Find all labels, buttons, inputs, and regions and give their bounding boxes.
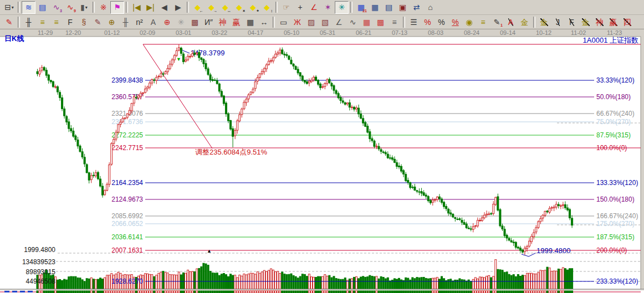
- crosshair-button[interactable]: +: [293, 1, 307, 14]
- overlay-chart-button[interactable]: ≋: [22, 1, 35, 14]
- gann-line-button[interactable]: ╫: [119, 16, 132, 28]
- expand-vertical-button[interactable]: ◆↕: [260, 1, 274, 14]
- magic-wand-button[interactable]: ✶: [321, 1, 335, 14]
- dropdown-arrow-icon[interactable]: ▾: [12, 5, 14, 10]
- target-circle-button[interactable]: ⊕: [160, 16, 174, 28]
- golden-ratio-button[interactable]: ≡: [49, 16, 63, 28]
- save-button[interactable]: ▣: [396, 1, 410, 14]
- candlestick: [277, 53, 279, 54]
- window-layout-button[interactable]: ⊟▾: [2, 1, 16, 14]
- clipped-next-pane-bar: [41, 291, 43, 293]
- gann-gold-angle-button[interactable]: 金: [537, 16, 551, 28]
- volume-bar: [239, 275, 241, 289]
- shen-tool-button[interactable]: 神: [216, 16, 229, 28]
- volume-bar: [209, 271, 211, 289]
- candlestick: [286, 54, 288, 55]
- prev-page-button[interactable]: ◀: [157, 1, 171, 14]
- next-page-button[interactable]: ▶: [171, 1, 185, 14]
- volume-bar: [382, 277, 384, 289]
- candlestick: [490, 214, 492, 214]
- region-shape-button[interactable]: ※: [96, 1, 110, 14]
- candlestick: [510, 240, 512, 242]
- shaded-grid-button[interactable]: ▧: [318, 16, 332, 28]
- analysis-brain-button[interactable]: ✳: [335, 1, 349, 14]
- j-angle-button[interactable]: J: [551, 16, 565, 28]
- angle-measure-icon: ∠: [310, 3, 318, 11]
- bar-width-button[interactable]: ↔: [257, 16, 271, 28]
- clipped-next-pane-bar: [360, 291, 362, 293]
- gann-grid-button[interactable]: ▩: [188, 16, 202, 28]
- calculator-button[interactable]: ▦: [368, 1, 382, 14]
- restore-chart-button[interactable]: ◆+: [246, 1, 260, 14]
- edit-one-button[interactable]: ✎1: [490, 16, 504, 28]
- f-angle-button[interactable]: F: [565, 16, 579, 28]
- golden-section-button[interactable]: ≡: [35, 16, 49, 28]
- fibonacci-lines-button[interactable]: F: [63, 16, 77, 28]
- angle-line-button[interactable]: ∠: [332, 16, 346, 28]
- speed-lines-button[interactable]: Ж: [290, 16, 304, 28]
- info-panel-button[interactable]: ▤: [35, 1, 49, 14]
- candlestick: [214, 80, 216, 80]
- parallel-lines-button[interactable]: ≡: [387, 16, 401, 28]
- ma9-curve-button[interactable]: ∿9: [63, 1, 77, 14]
- grid-box-button[interactable]: ▦: [243, 16, 257, 28]
- pen-annotate-button[interactable]: ✎: [2, 16, 16, 28]
- red-gann-box-button[interactable]: ▩: [374, 16, 387, 28]
- clipped-next-pane-bar: [237, 291, 238, 293]
- report-button[interactable]: ▤: [382, 1, 396, 14]
- zigzag-line-button[interactable]: ∿: [346, 16, 360, 28]
- gold-angle2-button[interactable]: 金: [579, 16, 592, 28]
- candlestick: [299, 73, 301, 76]
- shen-angle-button[interactable]: 神: [592, 16, 606, 28]
- candlestick: [452, 214, 454, 217]
- candle-style-button[interactable]: ▮▾: [77, 1, 91, 14]
- hand-drag-button[interactable]: ☞: [279, 1, 293, 14]
- percent-line-red-button[interactable]: %: [421, 16, 435, 28]
- si-angle-button[interactable]: 四: [620, 16, 634, 28]
- text-label-button[interactable]: A: [146, 16, 160, 28]
- calendar-button[interactable]: ▦21: [354, 1, 368, 14]
- rectangle-tool-button[interactable]: ▭: [277, 16, 290, 28]
- star-mark-button[interactable]: ✳: [174, 16, 188, 28]
- percent-line-button[interactable]: %: [435, 16, 448, 28]
- red-grid-button[interactable]: ▦: [360, 16, 374, 28]
- a-lines-button[interactable]: A: [504, 16, 518, 28]
- shrink-right-button[interactable]: ◆→: [205, 1, 218, 14]
- n-square-button[interactable]: n²: [132, 16, 146, 28]
- golden-lines-button[interactable]: ≡: [476, 16, 490, 28]
- gann-percent-label: 33.33%(120): [596, 76, 635, 84]
- shrink-left-button[interactable]: ◆←: [191, 1, 205, 14]
- ying-angle-button[interactable]: 赢: [606, 16, 620, 28]
- shaded-box-button[interactable]: ▨: [304, 16, 318, 28]
- angle-measure-button[interactable]: ∠: [307, 1, 321, 14]
- last-page-button[interactable]: ▶|: [144, 1, 157, 14]
- volume-bars-button[interactable]: ☰: [407, 16, 421, 28]
- ma3-curve-button[interactable]: ∿3: [49, 1, 63, 14]
- clipped-next-pane-bar: [401, 291, 402, 293]
- quote-mark-button[interactable]: И″: [202, 16, 216, 28]
- compress-chart-button[interactable]: ◆×: [232, 1, 246, 14]
- pen-erase-button[interactable]: ✎: [91, 16, 105, 28]
- cycle-circle-button[interactable]: ⊕: [105, 16, 119, 28]
- remote-button[interactable]: ⌂: [423, 1, 437, 14]
- candlestick: [360, 114, 362, 119]
- volume-bar: [187, 270, 189, 289]
- candlestick: [50, 80, 52, 82]
- volume-bar: [79, 278, 81, 289]
- dropdown-arrow-icon[interactable]: ▾: [85, 5, 88, 10]
- golden-band-button[interactable]: 金: [518, 16, 531, 28]
- percent-underline-button[interactable]: %: [448, 16, 462, 28]
- line-segment-button[interactable]: ╫: [22, 16, 35, 28]
- spiral-button[interactable]: §: [77, 16, 91, 28]
- kline-chart[interactable]: 11-2912-2001-1202-0903-0103-2204-1705-10…: [0, 0, 644, 293]
- expand-horizontal-button[interactable]: ◆↔: [218, 1, 232, 14]
- candlestick: [380, 150, 382, 151]
- golden-circle-button[interactable]: ◉: [462, 16, 476, 28]
- clipped-next-pane-bar: [391, 291, 393, 293]
- clipped-pane-label-fragment: [12, 291, 17, 292]
- gann-percent-label: 50.0%(180): [596, 93, 631, 101]
- export-button[interactable]: ⇄: [410, 1, 423, 14]
- first-page-button[interactable]: |◀: [130, 1, 144, 14]
- flag-gradient-button[interactable]: ⚑: [110, 1, 124, 14]
- ying-tool-button[interactable]: 赢: [229, 16, 243, 28]
